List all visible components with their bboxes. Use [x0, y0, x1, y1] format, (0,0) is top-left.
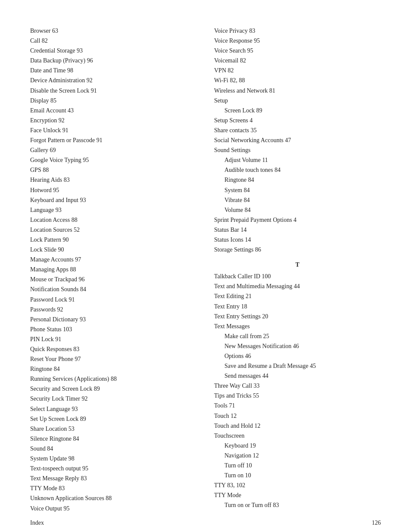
list-item: Touch and Hold 12: [214, 421, 381, 431]
list-item: Voice Search 95: [214, 46, 381, 56]
list-item: Hearing Aids 83: [30, 175, 197, 185]
list-item: Options 46: [214, 351, 381, 361]
list-item: Setup: [214, 96, 381, 106]
list-item: Adjust Volume 11: [214, 155, 381, 165]
list-item: Social Networking Accounts 47: [214, 135, 381, 145]
list-item: Text and Multimedia Messaging 44: [214, 281, 381, 291]
page: Browser 63Call 82Credential Storage 93Da…: [0, 0, 411, 532]
list-item: Talkback Caller ID 100: [214, 271, 381, 281]
list-item: Silence Ringtone 84: [30, 434, 197, 444]
index-columns: Browser 63Call 82Credential Storage 93Da…: [30, 26, 381, 513]
list-item: Data Backup (Privacy) 96: [30, 56, 197, 65]
right-column: Voice Privacy 83Voice Response 95Voice S…: [214, 26, 381, 513]
list-item: Mouse or Trackpad 96: [30, 274, 197, 284]
list-item: Password Lock 91: [30, 295, 197, 305]
list-item: Audible touch tones 84: [214, 165, 381, 175]
list-item: GPS 88: [30, 165, 197, 175]
list-item: Tips and Tricks 55: [214, 391, 381, 401]
list-item: Text Entry 18: [214, 302, 381, 311]
list-item: Sprint Prepaid Payment Options 4: [214, 215, 381, 225]
list-item: Location Access 88: [30, 215, 197, 225]
list-item: Touch 12: [214, 411, 381, 421]
list-item: Phone Status 103: [30, 324, 197, 334]
section-header: T: [214, 260, 381, 270]
list-item: Security Lock Timer 92: [30, 394, 197, 404]
list-item: Status Bar 14: [214, 225, 381, 235]
list-item: Email Account 43: [30, 106, 197, 115]
list-item: Sound 84: [30, 444, 197, 454]
list-item: Status Icons 14: [214, 235, 381, 245]
list-item: Security and Screen Lock 89: [30, 384, 197, 394]
list-item: TTY Mode: [214, 490, 381, 500]
list-item: Make call from 25: [214, 331, 381, 341]
list-item: Setup Screens 4: [214, 115, 381, 125]
list-item: TTY 83, 102: [214, 480, 381, 490]
list-item: Volume 84: [214, 205, 381, 215]
list-item: Screen Lock 89: [214, 106, 381, 115]
list-item: TTY Mode 83: [30, 483, 197, 493]
list-item: Text Messages: [214, 321, 381, 331]
list-item: Date and Time 98: [30, 65, 197, 75]
list-item: Text Editing 21: [214, 291, 381, 301]
list-item: Voice Response 95: [214, 36, 381, 46]
list-item: Device Administration 92: [30, 75, 197, 85]
list-item: Gallery 69: [30, 145, 197, 155]
list-item: Set Up Screen Lock 89: [30, 414, 197, 424]
list-item: Unknown Application Sources 88: [30, 493, 197, 503]
list-item: Keyboard and Input 93: [30, 195, 197, 205]
list-item: Credential Storage 93: [30, 46, 197, 56]
list-item: Save and Resume a Draft Message 45: [214, 361, 381, 371]
list-item: Select Language 93: [30, 404, 197, 414]
list-item: Location Sources 52: [30, 225, 197, 235]
list-item: Running Services (Applications) 88: [30, 374, 197, 384]
list-item: Three Way Call 33: [214, 381, 381, 391]
list-item: VPN 82: [214, 65, 381, 75]
list-item: Keyboard 19: [214, 441, 381, 451]
list-item: Turn on 10: [214, 470, 381, 480]
list-item: Passwords 92: [30, 305, 197, 314]
list-item: Lock Slide 90: [30, 245, 197, 255]
list-item: Google Voice Typing 95: [30, 155, 197, 165]
list-item: Hotword 95: [30, 185, 197, 195]
list-item: Text Message Reply 83: [30, 473, 197, 483]
list-item: Text Entry Settings 20: [214, 311, 381, 321]
list-item: Turn on or Turn off 83: [214, 500, 381, 510]
footer: Index 126: [30, 520, 381, 526]
list-item: Notification Sounds 84: [30, 284, 197, 294]
list-item: New Messages Notification 46: [214, 341, 381, 351]
list-item: Send messages 44: [214, 371, 381, 381]
list-item: Vibrate 84: [214, 195, 381, 205]
list-item: Forgot Pattern or Passcode 91: [30, 135, 197, 145]
list-item: System 84: [214, 185, 381, 195]
list-item: Encryption 92: [30, 115, 197, 125]
list-item: Lock Pattern 90: [30, 235, 197, 245]
list-item: Reset Your Phone 97: [30, 354, 197, 364]
list-item: Wireless and Network 81: [214, 86, 381, 96]
list-item: Tools 71: [214, 401, 381, 411]
list-item: Share contacts 35: [214, 125, 381, 135]
footer-right: 126: [372, 520, 381, 526]
list-item: Voice Output 95: [30, 504, 197, 513]
footer-left: Index: [30, 520, 44, 526]
list-item: Voice Privacy 83: [214, 26, 381, 36]
list-item: Wi-Fi 82, 88: [214, 75, 381, 85]
list-item: Manage Accounts 97: [30, 255, 197, 264]
list-item: Managing Apps 88: [30, 264, 197, 274]
list-item: Storage Settings 86: [214, 245, 381, 255]
list-item: Disable the Screen Lock 91: [30, 86, 197, 96]
list-item: Language 93: [30, 205, 197, 215]
list-item: Share Location 53: [30, 424, 197, 434]
list-item: Call 82: [30, 36, 197, 46]
list-item: Ringtone 84: [30, 364, 197, 374]
list-item: Quick Responses 83: [30, 344, 197, 354]
list-item: Text-tospeech output 95: [30, 464, 197, 473]
list-item: Ringtone 84: [214, 175, 381, 185]
list-item: Browser 63: [30, 26, 197, 36]
list-item: Voicemail 82: [214, 56, 381, 65]
list-item: Personal Dictionary 93: [30, 314, 197, 324]
list-item: Turn off 10: [214, 460, 381, 470]
list-item: System Update 98: [30, 454, 197, 464]
left-column: Browser 63Call 82Credential Storage 93Da…: [30, 26, 197, 513]
list-item: Touchscreen: [214, 431, 381, 441]
list-item: Display 85: [30, 96, 197, 106]
